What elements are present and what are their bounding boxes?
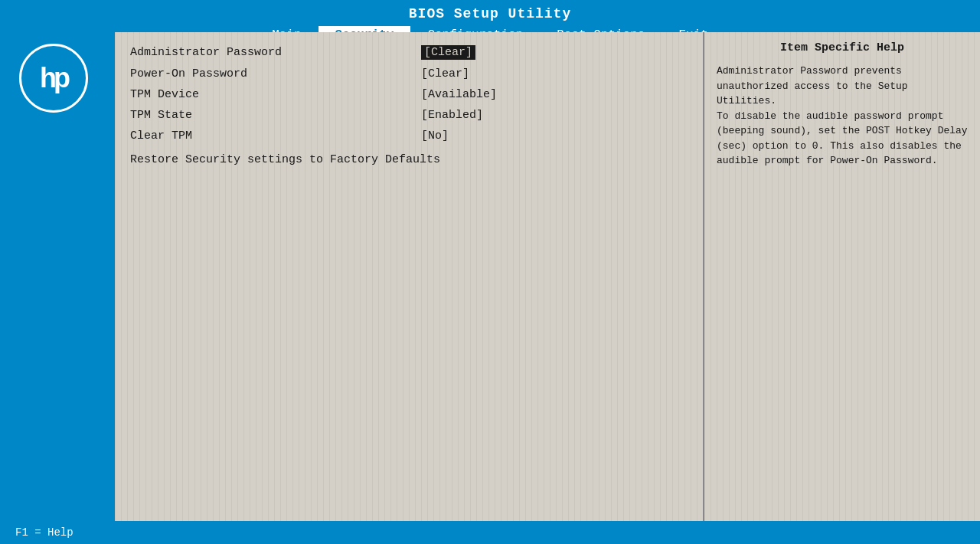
restore-security-row[interactable]: Restore Security settings to Factory Def… [130,149,688,170]
setting-row[interactable]: Clear TPM[No] [130,126,688,146]
setting-row[interactable]: Administrator Password[Clear] [130,41,688,64]
bottom-bar: F1 = Help [0,521,980,544]
bios-title: BIOS Setup Utility [0,0,980,25]
setting-row[interactable]: Power-On Password[Clear] [130,64,688,84]
help-text: Administrator Password prevents unauthor… [717,64,968,169]
setting-value: [No] [421,129,449,143]
setting-label: TPM Device [130,88,421,101]
f1-help-label: F1 = Help [15,526,74,539]
setting-value: [Available] [421,88,497,101]
main-content: Administrator Password[Clear]Power-On Pa… [115,32,980,521]
setting-label: TPM State [130,109,421,122]
help-panel: Item Specific Help Administrator Passwor… [704,32,980,521]
settings-panel: Administrator Password[Clear]Power-On Pa… [115,32,704,521]
setting-value: [Clear] [421,45,475,60]
hp-logo: hp [8,32,100,124]
setting-row[interactable]: TPM State[Enabled] [130,105,688,126]
setting-value: [Enabled] [421,109,483,122]
setting-value: [Clear] [421,67,469,80]
setting-label: Clear TPM [130,129,421,143]
setting-label: Power-On Password [130,67,421,80]
help-title: Item Specific Help [717,41,968,54]
title-text: BIOS Setup Utility [409,6,571,21]
setting-row[interactable]: TPM Device[Available] [130,84,688,105]
setting-label: Administrator Password [130,46,421,59]
hp-circle-icon: hp [19,44,88,113]
